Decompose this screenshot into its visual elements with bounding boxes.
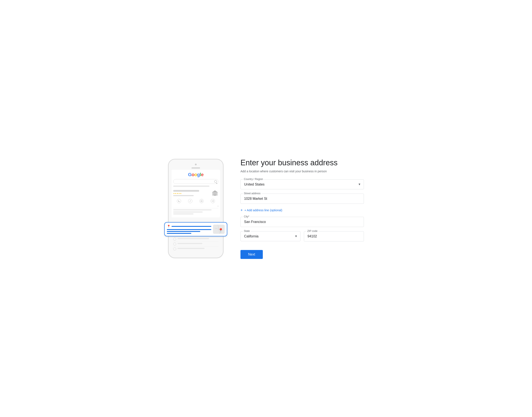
bookmark-icon xyxy=(199,199,204,203)
next-button[interactable]: Next xyxy=(240,250,263,259)
city-field-group: City* xyxy=(240,217,364,227)
phone-screen: Google ★ ★ ★ xyxy=(172,170,220,218)
phone-line-1 xyxy=(173,186,209,187)
store-row: ★ ★ ★ ★ ★ xyxy=(173,190,218,197)
add-address-link[interactable]: + + Add address line (optional) xyxy=(240,208,364,213)
state-select[interactable]: California xyxy=(240,231,301,241)
google-logo: Google xyxy=(173,172,218,177)
city-input[interactable] xyxy=(240,217,364,227)
store-lines: ★ ★ ★ ★ ★ xyxy=(173,190,210,197)
action-icons-row xyxy=(173,199,218,203)
phone-divider-4 xyxy=(173,246,218,247)
phone-camera xyxy=(195,164,197,165)
state-select-wrapper: California ▼ xyxy=(240,231,301,241)
stars-row: ★ ★ ★ ★ ★ xyxy=(173,193,210,194)
bottom-row-3 xyxy=(173,247,218,250)
google-e: e xyxy=(201,172,204,177)
google-g: G xyxy=(188,172,192,177)
phone-bottom xyxy=(172,237,220,250)
card-left: 📍 xyxy=(167,225,211,234)
bottom-row-2 xyxy=(173,242,218,246)
zip-label: ZIP code xyxy=(306,229,318,232)
google-o1: o xyxy=(191,172,194,177)
country-select[interactable]: United States xyxy=(240,179,364,189)
street-label: Street address xyxy=(243,192,261,195)
map-pin-icon: 📍 xyxy=(218,228,223,233)
country-label: Country / Region xyxy=(243,178,264,181)
card-overlay: 📍 📍 xyxy=(164,222,227,236)
phone-line-3 xyxy=(173,211,203,213)
bottom-row-1 xyxy=(173,238,218,241)
bottom-line-3 xyxy=(177,248,205,249)
state-field-group: State California ▼ xyxy=(240,231,301,241)
direction-icon xyxy=(188,199,192,203)
state-zip-row: State California ▼ ZIP code xyxy=(240,231,364,246)
card-line-3 xyxy=(167,231,200,232)
phone-line-4 xyxy=(173,213,193,214)
street-field-group: Street address xyxy=(240,194,364,204)
card-line-1 xyxy=(172,226,211,227)
state-label: State xyxy=(243,229,251,232)
phone-search-bar xyxy=(173,179,218,184)
card-map: 📍 xyxy=(213,225,225,234)
phone-speaker xyxy=(191,167,200,168)
phone-search-icon xyxy=(214,180,217,183)
phone-mockup: Google ★ ★ ★ xyxy=(168,159,223,258)
google-g2: g xyxy=(197,172,200,177)
star-3: ★ xyxy=(177,193,178,194)
star-1: ★ xyxy=(173,193,175,194)
phone-icon xyxy=(177,199,181,203)
country-field-group: Country / Region United States ▼ xyxy=(240,179,364,189)
star-2: ★ xyxy=(175,193,177,194)
more-arrow: › xyxy=(173,205,218,207)
phone-divider-2 xyxy=(173,237,218,237)
phone-divider-3 xyxy=(173,241,218,242)
svg-marker-4 xyxy=(189,200,191,202)
star-4: ★ xyxy=(178,193,180,194)
zip-field-group: ZIP code xyxy=(304,231,364,241)
form-side: Enter your business address Add a locati… xyxy=(240,158,364,259)
bottom-icon-1 xyxy=(173,238,176,241)
card-header: 📍 xyxy=(167,225,211,228)
phone-outer: Google ★ ★ ★ xyxy=(168,159,223,258)
bottom-icon-3 xyxy=(173,247,176,250)
card-line-2 xyxy=(167,229,211,230)
bottom-line-1 xyxy=(177,238,209,239)
store-icon xyxy=(211,190,218,196)
star-5: ★ xyxy=(180,193,181,194)
plus-icon: + xyxy=(240,208,243,213)
city-label: City* xyxy=(243,215,250,218)
svg-line-9 xyxy=(212,201,213,202)
phone-divider-1 xyxy=(173,208,218,208)
svg-marker-1 xyxy=(212,190,218,192)
share-icon xyxy=(211,199,215,203)
card-pin-icon: 📍 xyxy=(167,225,170,228)
add-address-label: + Add address line (optional) xyxy=(244,208,282,212)
country-select-wrapper: United States ▼ xyxy=(240,179,364,189)
page-title: Enter your business address xyxy=(240,158,364,167)
page-container: Google ★ ★ ★ xyxy=(138,158,394,259)
bottom-line-2 xyxy=(177,243,202,244)
svg-line-8 xyxy=(212,200,213,201)
google-o2: o xyxy=(194,172,197,177)
street-input[interactable] xyxy=(240,194,364,204)
page-subtitle: Add a location where customers can visit… xyxy=(240,170,364,173)
bottom-icon-2 xyxy=(173,242,176,246)
card-line-4 xyxy=(167,233,191,234)
zip-input[interactable] xyxy=(304,231,364,241)
svg-rect-3 xyxy=(214,194,216,195)
phone-line-2 xyxy=(173,209,211,210)
